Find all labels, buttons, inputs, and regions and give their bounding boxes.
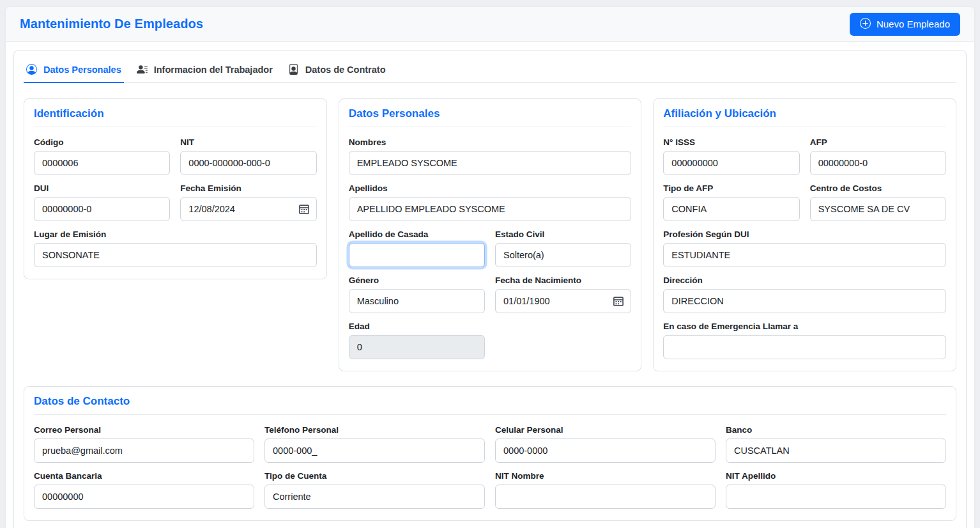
field-celular-personal: Celular Personal (495, 425, 716, 463)
field-apellidos: Apellidos (349, 183, 632, 221)
isss-label: N° ISSS (663, 137, 799, 147)
page-title: Mantenimiento De Empleados (20, 17, 203, 31)
apellido-casada-label: Apellido de Casada (349, 229, 485, 239)
section-title: Datos Personales (349, 107, 632, 127)
apellidos-input[interactable] (349, 197, 632, 221)
field-dui: DUI (34, 183, 170, 221)
correo-personal-input[interactable] (34, 439, 254, 463)
codigo-label: Código (34, 137, 170, 147)
nit-label: NIT (180, 137, 316, 147)
field-direccion: Dirección (663, 276, 946, 313)
genero-label: Género (349, 276, 485, 285)
nit-input[interactable] (180, 151, 316, 175)
genero-input[interactable] (349, 289, 485, 313)
celular-personal-label: Celular Personal (495, 425, 716, 435)
lugar-emision-input[interactable] (34, 243, 317, 267)
form-sections-row: Identificación Código NIT DUI (24, 98, 956, 371)
tipo-cuenta-input[interactable] (264, 485, 485, 509)
apellido-casada-input[interactable] (349, 243, 485, 267)
tipo-afp-input[interactable] (663, 197, 799, 221)
field-nit-nombre: NIT Nombre (495, 471, 716, 509)
edad-input (349, 335, 485, 359)
field-correo-personal: Correo Personal (34, 425, 254, 463)
page-body: Datos Personales Informacion del Trabaja… (6, 42, 974, 528)
tab-datos-contrato[interactable]: Datos de Contrato (286, 58, 388, 83)
banco-label: Banco (726, 425, 946, 435)
field-nit-apellido: NIT Apellido (726, 471, 946, 509)
field-apellido-casada: Apellido de Casada (349, 229, 485, 267)
section-afiliacion-ubicacion: Afiliación y Ubicación N° ISSS AFP (653, 98, 956, 371)
emergencia-label: En caso de Emergencia Llamar a (663, 322, 946, 331)
nit-nombre-label: NIT Nombre (495, 471, 716, 481)
banco-input[interactable] (726, 439, 946, 463)
emergencia-input[interactable] (663, 335, 946, 359)
estado-civil-input[interactable] (495, 243, 631, 267)
afp-input[interactable] (810, 151, 946, 175)
estado-civil-label: Estado Civil (495, 229, 631, 239)
correo-personal-label: Correo Personal (34, 425, 254, 435)
tab-label: Datos Personales (43, 65, 121, 75)
field-banco: Banco (726, 425, 946, 463)
field-fecha-nacimiento: Fecha de Nacimiento (495, 276, 631, 313)
field-profesion: Profesión Según DUI (663, 229, 946, 267)
nit-apellido-label: NIT Apellido (726, 471, 946, 481)
field-fecha-emision: Fecha Emisión (180, 183, 316, 221)
tab-label: Informacion del Trabajador (154, 65, 273, 75)
field-lugar-emision: Lugar de Emisión (34, 229, 317, 267)
edad-label: Edad (349, 322, 485, 331)
new-employee-button[interactable]: Nuevo Empleado (850, 13, 960, 36)
fecha-emision-label: Fecha Emisión (180, 183, 316, 193)
employees-window: Mantenimiento De Empleados Nuevo Emplead… (5, 6, 975, 528)
plus-circle-icon (860, 18, 871, 31)
dui-input[interactable] (34, 197, 170, 221)
fecha-nacimiento-label: Fecha de Nacimiento (495, 276, 631, 285)
tipo-afp-label: Tipo de AFP (663, 183, 799, 193)
direccion-label: Dirección (663, 276, 946, 285)
new-employee-label: Nuevo Empleado (877, 19, 950, 29)
tab-datos-personales[interactable]: Datos Personales (24, 58, 124, 83)
section-identificacion: Identificación Código NIT DUI (24, 98, 327, 279)
field-genero: Género (349, 276, 485, 313)
tab-label: Datos de Contrato (305, 65, 386, 75)
nit-apellido-input[interactable] (726, 485, 946, 509)
profesion-label: Profesión Según DUI (663, 229, 946, 239)
tab-informacion-trabajador[interactable]: Informacion del Trabajador (134, 58, 275, 83)
field-estado-civil: Estado Civil (495, 229, 631, 267)
field-isss: N° ISSS (663, 137, 799, 175)
person-circle-icon (26, 64, 37, 75)
centro-costos-input[interactable] (810, 197, 946, 221)
field-afp: AFP (810, 137, 946, 175)
fecha-nacimiento-input[interactable] (495, 289, 631, 313)
field-cuenta-bancaria: Cuenta Bancaria (34, 471, 254, 509)
field-telefono-personal: Teléfono Personal (264, 425, 485, 463)
direccion-input[interactable] (663, 289, 946, 313)
lugar-emision-label: Lugar de Emisión (34, 229, 317, 239)
employee-form-card: Datos Personales Informacion del Trabaja… (13, 50, 967, 528)
fecha-emision-input[interactable] (180, 197, 316, 221)
celular-personal-input[interactable] (495, 439, 716, 463)
field-emergencia: En caso de Emergencia Llamar a (663, 322, 946, 359)
cuenta-bancaria-label: Cuenta Bancaria (34, 471, 254, 481)
field-centro-costos: Centro de Costos (810, 183, 946, 221)
telefono-personal-label: Teléfono Personal (264, 425, 485, 435)
field-nit: NIT (180, 137, 316, 175)
profesion-input[interactable] (663, 243, 946, 267)
page-header: Mantenimiento De Empleados Nuevo Emplead… (6, 7, 974, 42)
dui-label: DUI (34, 183, 170, 193)
field-tipo-afp: Tipo de AFP (663, 183, 799, 221)
calendar-icon[interactable] (298, 203, 310, 215)
section-datos-contacto: Datos de Contacto Correo Personal Teléfo… (24, 386, 956, 521)
nombres-input[interactable] (349, 151, 632, 175)
isss-input[interactable] (663, 151, 799, 175)
calendar-icon[interactable] (613, 295, 624, 307)
telefono-personal-input[interactable] (264, 439, 485, 463)
field-nombres: Nombres (349, 137, 632, 175)
nit-nombre-input[interactable] (495, 485, 716, 509)
person-lines-icon (137, 64, 148, 75)
section-datos-personales: Datos Personales Nombres Apellidos (339, 98, 642, 371)
cuenta-bancaria-input[interactable] (34, 485, 254, 509)
tipo-cuenta-label: Tipo de Cuenta (264, 471, 485, 481)
codigo-input[interactable] (34, 151, 170, 175)
apellidos-label: Apellidos (349, 183, 632, 193)
section-title: Afiliación y Ubicación (663, 107, 946, 127)
